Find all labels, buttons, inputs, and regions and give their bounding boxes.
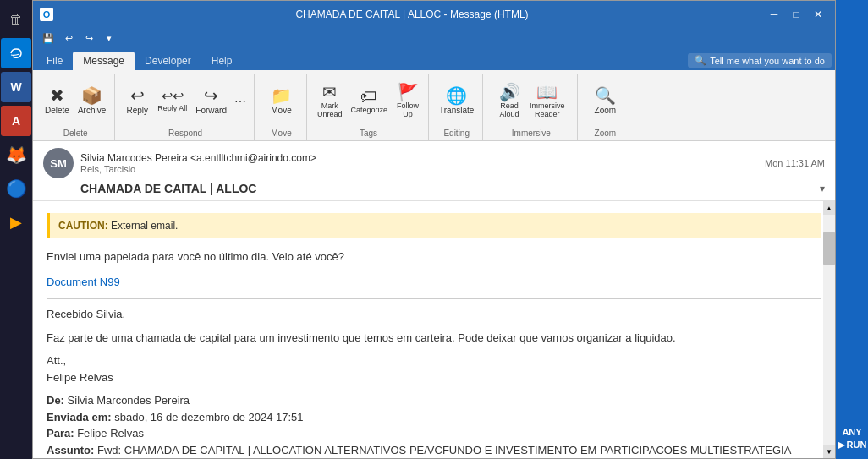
body-paragraph-5: Felipe Relvas bbox=[47, 369, 821, 386]
followup-button[interactable]: 🚩 FollowUp bbox=[393, 82, 423, 121]
move-button[interactable]: 📁 Move bbox=[266, 85, 296, 117]
respond-more-button[interactable]: ⋯ bbox=[232, 93, 249, 110]
redo-quick-btn[interactable]: ↪ bbox=[80, 30, 97, 46]
maximize-button[interactable]: □ bbox=[786, 6, 806, 23]
body-from-value: Silvia Marcondes Pereira bbox=[68, 394, 190, 407]
ribbon-tabs: File Message Developer Help 🔍 Tell me wh… bbox=[33, 48, 835, 70]
ribbon-search-text: Tell me what you want to do bbox=[710, 56, 825, 66]
chrome-icon[interactable]: 🔵 bbox=[1, 173, 31, 204]
tab-message[interactable]: Message bbox=[73, 52, 135, 70]
tags-group-label: Tags bbox=[360, 128, 377, 140]
body-paragraph-2: Recebido Silvia. bbox=[47, 306, 821, 323]
firefox-icon[interactable]: 🦊 bbox=[1, 139, 31, 170]
immersive-reader-button[interactable]: 📖 ImmersiveReader bbox=[526, 82, 569, 121]
window-title: CHAMADA DE CAITAL | ALLOC - Message (HTM… bbox=[60, 8, 764, 20]
body-sent-line: Enviada em: sbado, 16 de dezembro de 202… bbox=[47, 409, 821, 426]
translate-button[interactable]: 🌐 Translate bbox=[436, 85, 477, 117]
close-button[interactable]: ✕ bbox=[808, 6, 828, 23]
desktop: 🗑 W A 🦊 🔵 ▶ ANY ▶ RUN O CHAMADA DE CAITA… bbox=[0, 0, 868, 459]
zoom-group-buttons: 🔍 Zoom bbox=[590, 74, 620, 128]
body-paragraph-3: Faz parte de uma chamada de capital para… bbox=[47, 330, 821, 347]
reply-all-icon: ↩↩ bbox=[162, 90, 184, 103]
immersive-group-buttons: 🔊 ReadAloud 📖 ImmersiveReader bbox=[494, 74, 569, 128]
ribbon-group-tags: ✉ MarkUnread 🏷 Categorize 🚩 FollowUp Tag… bbox=[309, 74, 429, 140]
email-container: SM Silvia Marcodes Pereira <a.entlltchmi… bbox=[33, 141, 835, 458]
scrollbar[interactable]: ▲ ▼ bbox=[823, 201, 835, 458]
respond-group-buttons: ↩ Reply ↩↩ Reply All ↪ Forward ⋯ bbox=[122, 74, 249, 128]
reply-button[interactable]: ↩ Reply bbox=[122, 85, 152, 117]
vlc-icon[interactable]: ▶ bbox=[1, 207, 31, 238]
zoom-button[interactable]: 🔍 Zoom bbox=[590, 85, 620, 117]
save-quick-btn[interactable]: 💾 bbox=[40, 30, 57, 46]
move-group-buttons: 📁 Move bbox=[266, 74, 296, 128]
email-body-wrapper: CAUTION: External email. Enviei uma pape… bbox=[33, 201, 835, 458]
immersive-group-label: Immersive bbox=[512, 128, 551, 140]
sender-avatar: SM bbox=[43, 148, 74, 178]
body-to-line: Para: Felipe Relvas bbox=[47, 425, 821, 442]
archive-button[interactable]: 📦 Archive bbox=[74, 85, 109, 117]
minimize-button[interactable]: ─ bbox=[764, 6, 784, 23]
outlook-app-icon: O bbox=[40, 8, 53, 21]
zoom-group-label: Zoom bbox=[595, 128, 617, 140]
title-bar-icons: O bbox=[40, 8, 53, 21]
expand-header-button[interactable]: ▾ bbox=[820, 183, 825, 194]
undo-quick-btn[interactable]: ↩ bbox=[60, 30, 77, 46]
move-group-label: Move bbox=[271, 128, 291, 140]
word-icon[interactable]: W bbox=[1, 72, 31, 102]
respond-group-label: Respond bbox=[168, 128, 202, 140]
anyrun-sidebar: ANY ▶ RUN bbox=[836, 0, 868, 459]
tab-help[interactable]: Help bbox=[201, 52, 243, 70]
more-quick-btn[interactable]: ▾ bbox=[101, 30, 118, 46]
immersive-reader-icon: 📖 bbox=[536, 84, 558, 101]
delete-button[interactable]: ✖ Delete bbox=[41, 85, 73, 117]
recycle-bin-icon[interactable]: 🗑 bbox=[1, 4, 31, 35]
email-subject-row: CHAMADA DE CAITAL | ALLOC ▾ bbox=[43, 182, 825, 195]
title-bar: O CHAMADA DE CAITAL | ALLOC - Message (H… bbox=[33, 1, 835, 28]
tab-developer[interactable]: Developer bbox=[135, 52, 201, 70]
read-aloud-button[interactable]: 🔊 ReadAloud bbox=[494, 82, 525, 121]
scroll-down-button[interactable]: ▼ bbox=[823, 445, 835, 458]
ribbon-group-immersive: 🔊 ReadAloud 📖 ImmersiveReader Immersive bbox=[485, 74, 578, 140]
reply-icon: ↩ bbox=[130, 87, 145, 104]
forward-icon: ↪ bbox=[204, 87, 218, 104]
categorize-icon: 🏷 bbox=[360, 88, 377, 105]
forward-button[interactable]: ↪ Forward bbox=[192, 85, 230, 117]
ribbon-group-move: 📁 Move Move bbox=[256, 74, 307, 140]
archive-icon: 📦 bbox=[81, 87, 102, 104]
edge-icon[interactable] bbox=[1, 38, 31, 68]
ribbon-search[interactable]: 🔍 Tell me what you want to do bbox=[688, 53, 832, 68]
scrollbar-thumb[interactable] bbox=[823, 232, 835, 265]
tab-file[interactable]: File bbox=[36, 52, 73, 70]
email-subject: CHAMADA DE CAITAL | ALLOC bbox=[80, 182, 820, 195]
delete-group-buttons: ✖ Delete 📦 Archive bbox=[41, 74, 109, 128]
editing-group-buttons: 🌐 Translate bbox=[436, 74, 477, 128]
zoom-icon: 🔍 bbox=[595, 87, 616, 104]
ribbon-bar: ✖ Delete 📦 Archive Delete ↩ Reply bbox=[33, 70, 835, 141]
scroll-up-button[interactable]: ▲ bbox=[823, 201, 835, 215]
taskbar-left: 🗑 W A 🦊 🔵 ▶ bbox=[0, 0, 32, 459]
outlook-window: O CHAMADA DE CAITAL | ALLOC - Message (H… bbox=[32, 0, 836, 459]
email-header: SM Silvia Marcodes Pereira <a.entlltchmi… bbox=[33, 141, 835, 201]
email-from-row: SM Silvia Marcodes Pereira <a.entlltchmi… bbox=[43, 148, 825, 178]
body-from-line: De: Silvia Marcondes Pereira bbox=[47, 392, 821, 409]
email-to: Reis, Tarcisio bbox=[80, 164, 758, 174]
ribbon-group-delete: ✖ Delete 📦 Archive Delete bbox=[36, 74, 115, 140]
respond-more-icon: ⋯ bbox=[234, 95, 246, 108]
mark-unread-button[interactable]: ✉ MarkUnread bbox=[314, 82, 346, 121]
categorize-button[interactable]: 🏷 Categorize bbox=[348, 86, 392, 117]
anyrun-logo: ANY ▶ RUN bbox=[838, 426, 867, 451]
quick-access-toolbar: 💾 ↩ ↪ ▾ bbox=[33, 28, 835, 48]
editing-group-label: Editing bbox=[443, 128, 470, 140]
body-to-value: Felipe Relvas bbox=[77, 427, 144, 440]
acrobat-icon[interactable]: A bbox=[1, 106, 31, 136]
body-sent-label: Enviada em: bbox=[47, 411, 112, 423]
translate-icon: 🌐 bbox=[446, 87, 467, 104]
mark-unread-icon: ✉ bbox=[322, 84, 337, 101]
body-subject-value: Fwd: CHAMADA DE CAPITAL | ALLOCATION ALT… bbox=[47, 444, 791, 459]
document-link[interactable]: Document N99 bbox=[47, 276, 120, 288]
caution-label: CAUTION: bbox=[58, 220, 108, 232]
body-subject-label: Assunto: bbox=[47, 444, 94, 456]
reply-all-button[interactable]: ↩↩ Reply All bbox=[154, 88, 190, 115]
search-icon: 🔍 bbox=[695, 55, 706, 66]
ribbon-group-editing: 🌐 Translate Editing bbox=[431, 74, 483, 140]
